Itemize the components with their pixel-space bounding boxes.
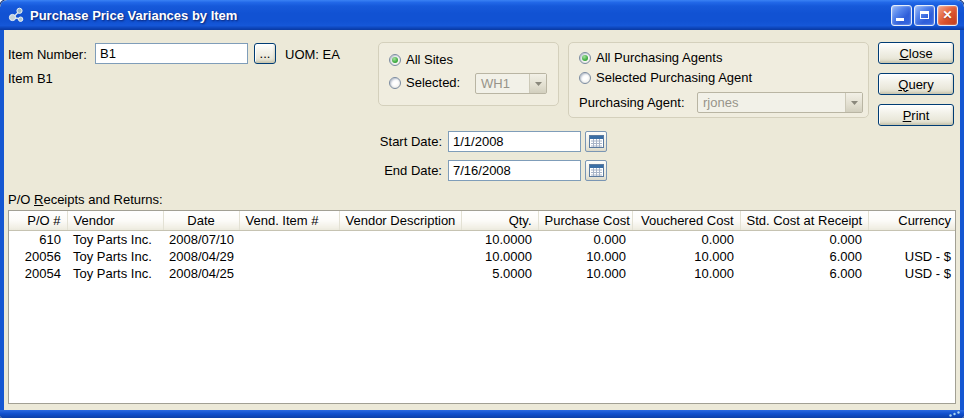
item-number-label: Item Number: (8, 47, 87, 62)
cell: USD - $ (868, 265, 956, 282)
app-icon (8, 7, 24, 23)
calendar-icon (589, 164, 604, 177)
table-row[interactable]: 20056Toy Parts Inc.2008/04/2910.000010.0… (9, 248, 956, 265)
app-window: Purchase Price Variances by Item ✕ Item … (0, 0, 964, 418)
receipts-caption: P/O Receipts and Returns: (8, 192, 163, 207)
cell (339, 231, 461, 249)
column-header[interactable]: Purchase Cost (538, 211, 632, 231)
cell: 6.000 (740, 265, 868, 282)
column-header[interactable]: Vendor (67, 211, 163, 231)
start-date-label: Start Date: (342, 134, 442, 149)
radio-selected-purchasing-agent-label: Selected Purchasing Agent (596, 70, 752, 85)
cell: 2008/07/10 (163, 231, 239, 249)
receipts-table: P/O #VendorDateVend. Item #Vendor Descri… (9, 211, 956, 282)
header-row: P/O #VendorDateVend. Item #Vendor Descri… (9, 211, 956, 231)
radio-all-sites-label: All Sites (406, 52, 453, 67)
cell: Toy Parts Inc. (67, 231, 163, 249)
calendar-icon (589, 135, 604, 148)
close-button[interactable]: Close (878, 42, 954, 64)
cell: 10.000 (632, 265, 740, 282)
item-number-input[interactable] (95, 43, 248, 64)
window-title: Purchase Price Variances by Item (30, 8, 891, 23)
cell: Toy Parts Inc. (67, 265, 163, 282)
titlebar[interactable]: Purchase Price Variances by Item ✕ (0, 0, 964, 30)
column-header[interactable]: P/O # (9, 211, 67, 231)
start-date-calendar-button[interactable] (585, 131, 607, 152)
minimize-icon (896, 18, 904, 21)
cell (239, 265, 339, 282)
purchasing-agent-combobox-value: rjones (698, 95, 845, 110)
column-header[interactable]: Std. Cost at Receipt (740, 211, 868, 231)
cell: USD - $ (868, 248, 956, 265)
column-header[interactable]: Vouchered Cost (632, 211, 740, 231)
dialog-body: Item Number: ... UOM: EA Item B1 All Sit… (0, 30, 964, 410)
radio-all-sites[interactable]: All Sites (389, 52, 453, 67)
purchasing-agent-combobox[interactable]: rjones (697, 92, 863, 113)
radio-checked-icon (579, 52, 591, 64)
column-header[interactable]: Qty. (461, 211, 538, 231)
print-button[interactable]: Print (878, 104, 954, 126)
item-lookup-button[interactable]: ... (254, 43, 276, 64)
window-frame-bottom (0, 410, 964, 418)
column-header[interactable]: Vendor Description (339, 211, 461, 231)
site-combobox[interactable]: WH1 (475, 73, 547, 94)
radio-unchecked-icon (389, 77, 401, 89)
chevron-down-icon (845, 93, 862, 112)
cell: Toy Parts Inc. (67, 248, 163, 265)
site-groupbox: All Sites Selected: WH1 (378, 42, 559, 106)
purchasing-agent-label: Purchasing Agent: (579, 95, 685, 110)
cell: 10.0000 (461, 231, 538, 249)
radio-all-purchasing-agents[interactable]: All Purchasing Agents (579, 50, 722, 65)
close-icon: ✕ (942, 9, 952, 21)
site-combobox-value: WH1 (476, 76, 529, 91)
receipts-grid: P/O #VendorDateVend. Item #Vendor Descri… (8, 210, 956, 404)
maximize-icon (920, 11, 929, 19)
chevron-down-icon (529, 74, 546, 93)
maximize-button[interactable] (914, 5, 935, 26)
minimize-button[interactable] (891, 5, 912, 26)
cell (339, 265, 461, 282)
cell: 0.000 (632, 231, 740, 249)
column-header[interactable]: Currency (868, 211, 956, 231)
radio-selected-site-label: Selected: (406, 75, 460, 90)
cell: 10.000 (632, 248, 740, 265)
radio-selected-site[interactable]: Selected: (389, 75, 460, 90)
radio-all-purchasing-agents-label: All Purchasing Agents (596, 50, 722, 65)
column-header[interactable]: Vend. Item # (239, 211, 339, 231)
start-date-input[interactable] (448, 131, 581, 152)
cell: 0.000 (538, 231, 632, 249)
end-date-calendar-button[interactable] (585, 160, 607, 181)
cell: 10.000 (538, 265, 632, 282)
radio-checked-icon (389, 54, 401, 66)
window-controls: ✕ (891, 5, 958, 26)
cell (868, 231, 956, 249)
cell (239, 248, 339, 265)
end-date-label: End Date: (342, 163, 442, 178)
uom-label: UOM: EA (285, 47, 340, 62)
close-window-button[interactable]: ✕ (937, 5, 958, 26)
purchasing-agent-groupbox: All Purchasing Agents Selected Purchasin… (568, 42, 869, 118)
radio-unchecked-icon (579, 72, 591, 84)
query-button[interactable]: Query (878, 73, 954, 95)
cell: 20056 (9, 248, 67, 265)
item-description: Item B1 (8, 71, 53, 86)
cell: 2008/04/29 (163, 248, 239, 265)
resize-grip[interactable] (948, 410, 961, 418)
table-row[interactable]: 610Toy Parts Inc.2008/07/1010.00000.0000… (9, 231, 956, 249)
cell (239, 231, 339, 249)
cell: 0.000 (740, 231, 868, 249)
column-header[interactable]: Date (163, 211, 239, 231)
cell: 10.000 (538, 248, 632, 265)
cell: 2008/04/25 (163, 265, 239, 282)
end-date-input[interactable] (448, 160, 581, 181)
cell: 5.0000 (461, 265, 538, 282)
cell: 10.0000 (461, 248, 538, 265)
cell: 20054 (9, 265, 67, 282)
cell (339, 248, 461, 265)
cell: 610 (9, 231, 67, 249)
cell: 6.000 (740, 248, 868, 265)
table-row[interactable]: 20054Toy Parts Inc.2008/04/255.000010.00… (9, 265, 956, 282)
radio-selected-purchasing-agent[interactable]: Selected Purchasing Agent (579, 70, 752, 85)
